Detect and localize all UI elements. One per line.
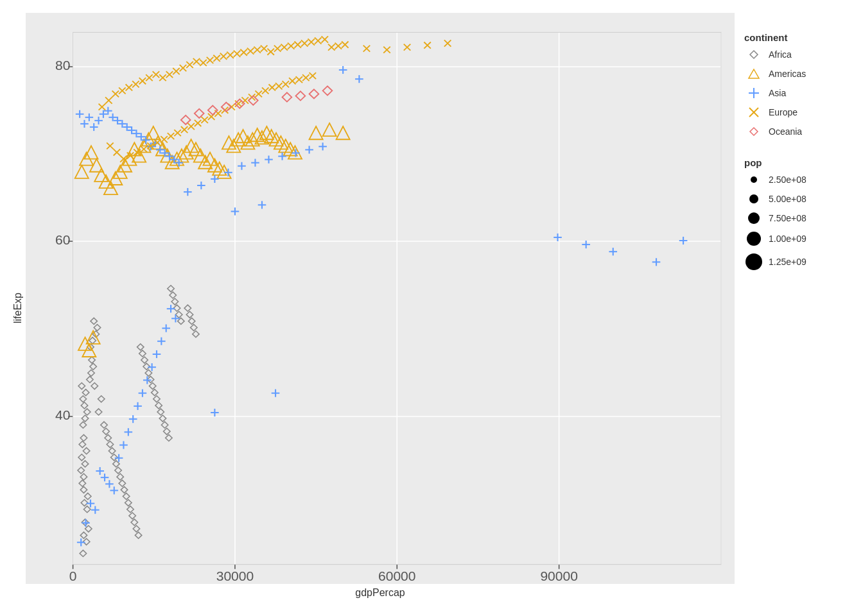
legend-pop-symbol-2 xyxy=(744,193,763,205)
legend-area: continent Africa Americas xyxy=(735,13,857,603)
svg-text:80: 80 xyxy=(55,58,70,73)
legend-pop-item-5: 1.25e+09 xyxy=(744,253,857,271)
legend-item-europe: Europe xyxy=(744,106,857,119)
legend-symbol-americas xyxy=(744,67,763,80)
legend-symbol-oceania xyxy=(744,125,763,138)
plot-with-xaxis: 0 30000 60000 90000 40 60 80 xyxy=(26,13,735,603)
svg-point-449 xyxy=(751,176,757,183)
continent-legend-title: continent xyxy=(744,32,857,43)
legend-label-asia: Asia xyxy=(769,88,786,98)
legend-label-europe: Europe xyxy=(769,107,798,117)
svg-text:60: 60 xyxy=(55,232,70,247)
legend-pop-label-5: 1.25e+09 xyxy=(769,257,806,267)
svg-point-450 xyxy=(749,194,758,203)
svg-text:90000: 90000 xyxy=(540,569,577,583)
svg-point-453 xyxy=(745,253,762,270)
legend-pop-symbol-3 xyxy=(744,212,763,225)
legend-pop-symbol-1 xyxy=(744,173,763,186)
legend-pop-symbol-5 xyxy=(744,253,763,271)
svg-marker-443 xyxy=(749,69,759,78)
legend-symbol-africa xyxy=(744,48,763,61)
svg-marker-448 xyxy=(750,128,758,135)
plot-svg: 0 30000 60000 90000 40 60 80 xyxy=(26,13,735,584)
legend-label-americas: Americas xyxy=(769,69,806,79)
svg-text:40: 40 xyxy=(55,407,70,422)
pop-legend-title: pop xyxy=(744,157,857,168)
legend-pop-label-2: 5.00e+08 xyxy=(769,194,806,204)
x-axis-label: gdpPercap xyxy=(26,584,735,603)
svg-text:0: 0 xyxy=(69,569,77,583)
legend-pop-item-4: 1.00e+09 xyxy=(744,231,857,246)
legend-item-asia: Asia xyxy=(744,87,857,99)
plot-area-wrapper: lifeExp xyxy=(6,13,735,603)
legend-pop-label-1: 2.50e+08 xyxy=(769,175,806,185)
legend-label-oceania: Oceania xyxy=(769,126,802,137)
legend-pop-item-1: 2.50e+08 xyxy=(744,173,857,186)
legend-item-africa: Africa xyxy=(744,48,857,61)
svg-text:60000: 60000 xyxy=(378,569,415,583)
legend-pop-item-3: 7.50e+08 xyxy=(744,212,857,225)
legend-symbol-europe xyxy=(744,106,763,119)
svg-text:30000: 30000 xyxy=(216,569,254,583)
legend-pop-symbol-4 xyxy=(744,231,763,246)
legend-item-oceania: Oceania xyxy=(744,125,857,138)
chart-container: lifeExp xyxy=(0,0,863,616)
svg-rect-0 xyxy=(26,13,735,584)
svg-point-451 xyxy=(748,212,760,224)
legend-pop-label-4: 1.00e+09 xyxy=(769,234,806,244)
legend-pop-label-3: 7.50e+08 xyxy=(769,213,806,223)
svg-point-452 xyxy=(747,232,761,246)
legend-pop-item-2: 5.00e+08 xyxy=(744,193,857,205)
legend-label-africa: Africa xyxy=(769,49,792,60)
legend-symbol-asia xyxy=(744,87,763,99)
svg-marker-442 xyxy=(750,51,758,58)
legend-item-americas: Americas xyxy=(744,67,857,80)
y-axis-label: lifeExp xyxy=(6,13,26,603)
